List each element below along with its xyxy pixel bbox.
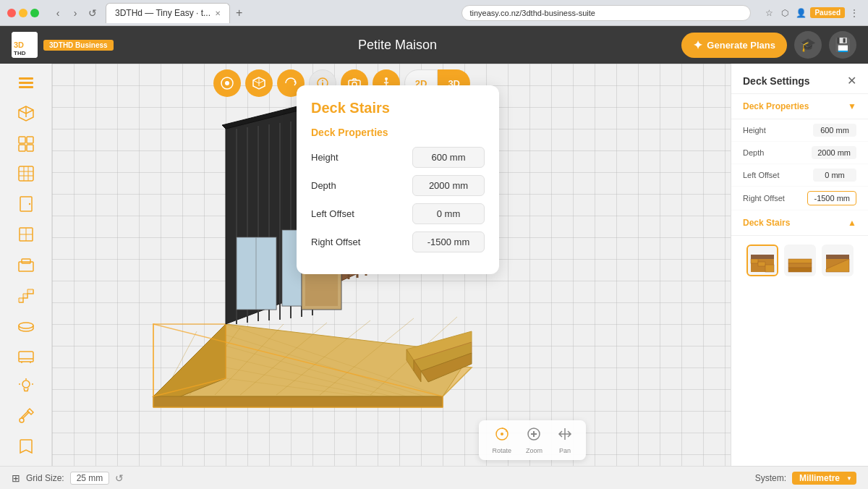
- left-offset-value[interactable]: 0 mm: [412, 203, 485, 224]
- sidebar-stairs-btn[interactable]: [10, 281, 42, 309]
- reset-grid-icon[interactable]: ↺: [115, 472, 124, 484]
- logo-3dthd: 3D THD: [12, 32, 38, 58]
- deck-properties-section-header[interactable]: Deck Properties ▼: [731, 94, 868, 119]
- height-value[interactable]: 600 mm: [412, 147, 485, 168]
- stair-option-2[interactable]: [784, 244, 816, 276]
- logo-area: 3D THD 3DTHD Business: [12, 32, 114, 58]
- sidebar-layers-btn[interactable]: [10, 69, 42, 97]
- system-select-wrap: Millimetre Inches Feet: [792, 472, 856, 485]
- svg-point-32: [225, 81, 229, 85]
- window-controls: [7, 9, 39, 17]
- generate-plans-btn[interactable]: ✦ Generate Plans: [681, 33, 787, 58]
- panel-depth-value[interactable]: 2000 mm: [812, 146, 856, 159]
- svg-rect-108: [826, 255, 849, 259]
- grid-size-label: Grid Size:: [26, 473, 64, 483]
- sidebar-furniture-btn[interactable]: [10, 342, 42, 370]
- sidebar-bookmark-btn[interactable]: [10, 433, 42, 460]
- header-actions: ✦ Generate Plans 🎓 💾: [681, 31, 856, 59]
- svg-rect-4: [19, 82, 33, 84]
- sidebar-paint-btn[interactable]: [10, 402, 42, 430]
- height-label: Height: [311, 152, 339, 163]
- stair-option-3[interactable]: [822, 244, 854, 276]
- zoom-label: Zoom: [526, 447, 542, 454]
- svg-marker-55: [153, 396, 443, 407]
- sidebar-cube-btn[interactable]: [10, 100, 42, 127]
- panel-header: Deck Settings ✕: [731, 64, 868, 94]
- deck-panel-title: Deck Stairs: [311, 100, 485, 116]
- sidebar-materials-btn[interactable]: [10, 161, 42, 188]
- svg-text:THD: THD: [14, 50, 26, 56]
- right-settings-panel: Deck Settings ✕ Deck Properties ▼ Height…: [731, 64, 868, 466]
- box-toolbar-btn[interactable]: [245, 69, 273, 97]
- depth-value[interactable]: 2000 mm: [412, 175, 485, 196]
- save-btn[interactable]: 💾: [829, 31, 856, 59]
- sidebar-grid-btn[interactable]: [10, 130, 42, 158]
- panel-height-row: Height 600 mm: [731, 119, 868, 142]
- pan-label: Pan: [559, 447, 571, 454]
- svg-rect-10: [19, 166, 33, 181]
- browser-chrome: ‹ › ↺ 3DTHd — Tiny Easy · t... ✕ + tinye…: [0, 0, 868, 26]
- menu-dots-icon[interactable]: ⋮: [848, 7, 861, 20]
- panel-close-btn[interactable]: ✕: [847, 74, 856, 88]
- maximize-window-btn[interactable]: [30, 9, 39, 17]
- tab-close-btn[interactable]: ✕: [215, 9, 221, 17]
- extension-icon[interactable]: ⬡: [778, 7, 791, 20]
- stair-option-1[interactable]: [746, 244, 778, 276]
- main-area: 2D 3D: [0, 64, 868, 466]
- paused-badge: Paused: [810, 7, 845, 18]
- back-btn[interactable]: ‹: [51, 6, 65, 20]
- svg-rect-6: [19, 137, 25, 143]
- address-bar[interactable]: tinyeasy.co.nz/3dthd-business-suite: [461, 5, 751, 21]
- left-sidebar: [0, 64, 52, 466]
- svg-rect-98: [751, 259, 758, 263]
- deck-properties-panel: Deck Stairs Deck Properties Height 600 m…: [297, 85, 499, 274]
- bookmark-star-icon[interactable]: ☆: [762, 7, 775, 20]
- grid-size-area: ⊞ Grid Size: 25 mm ↺: [12, 472, 124, 485]
- sidebar-floor-btn[interactable]: [10, 312, 42, 339]
- user-icon[interactable]: 👤: [794, 7, 807, 20]
- minimize-window-btn[interactable]: [19, 9, 27, 17]
- tab-bar: 3DTHd — Tiny Easy · t... ✕ +: [106, 3, 456, 23]
- sidebar-door-btn[interactable]: [10, 190, 42, 218]
- sidebar-light-btn[interactable]: [10, 372, 42, 399]
- grid-size-value[interactable]: 25 mm: [70, 472, 110, 485]
- tutorial-btn[interactable]: 🎓: [794, 31, 822, 59]
- deck-stairs-section-header[interactable]: Deck Stairs ▲: [731, 211, 868, 236]
- business-badge: 3DTHD Business: [43, 40, 114, 51]
- deck-height-row: Height 600 mm: [311, 147, 485, 168]
- canvas-area[interactable]: 2D 3D: [52, 64, 731, 466]
- panel-left-offset-row: Left Offset 0 mm: [731, 164, 868, 187]
- sidebar-object-btn[interactable]: [10, 251, 42, 278]
- panel-right-offset-label: Right Offset: [743, 194, 785, 203]
- svg-rect-104: [788, 263, 812, 268]
- panel-height-value[interactable]: 600 mm: [813, 124, 856, 137]
- rotate-control[interactable]: Rotate: [486, 425, 517, 456]
- rotate-icon: [494, 426, 510, 446]
- svg-rect-3: [19, 77, 33, 80]
- panel-left-offset-value[interactable]: 0 mm: [813, 169, 856, 182]
- sidebar-window-btn[interactable]: [10, 221, 42, 248]
- deck-left-offset-row: Left Offset 0 mm: [311, 203, 485, 224]
- close-window-btn[interactable]: [7, 9, 16, 17]
- svg-text:3D: 3D: [14, 41, 24, 49]
- pan-control[interactable]: Pan: [551, 425, 579, 456]
- chat-toolbar-btn[interactable]: [213, 69, 241, 97]
- panel-right-offset-value[interactable]: -1500 mm: [807, 191, 856, 205]
- panel-depth-label: Depth: [743, 148, 764, 157]
- right-offset-value[interactable]: -1500 mm: [412, 231, 485, 252]
- system-area: System: Millimetre Inches Feet: [755, 472, 856, 485]
- active-tab[interactable]: 3DTHd — Tiny Easy · t... ✕: [106, 3, 230, 23]
- reload-btn[interactable]: ↺: [85, 6, 100, 20]
- svg-point-38: [385, 77, 388, 80]
- zoom-icon: [526, 426, 542, 446]
- system-label: System:: [755, 473, 786, 483]
- system-select[interactable]: Millimetre Inches Feet: [792, 472, 856, 485]
- new-tab-btn[interactable]: +: [230, 5, 248, 21]
- deck-stairs-section-title: Deck Stairs: [743, 218, 790, 228]
- zoom-control[interactable]: Zoom: [520, 425, 548, 456]
- svg-rect-99: [758, 262, 765, 266]
- forward-btn[interactable]: ›: [68, 6, 82, 20]
- rotate-label: Rotate: [492, 447, 511, 454]
- deck-properties-section-title: Deck Properties: [743, 101, 809, 111]
- depth-label: Depth: [311, 180, 336, 191]
